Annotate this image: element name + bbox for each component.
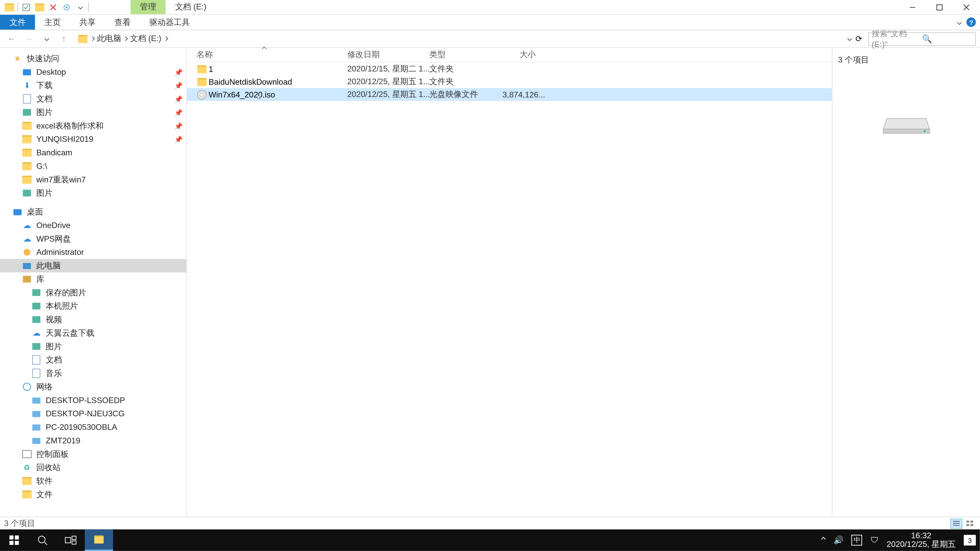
- ribbon-tabs: 文件 主页 共享 查看 驱动器工具 ?: [0, 15, 980, 30]
- tree-item[interactable]: 回收站: [0, 461, 186, 474]
- maximize-button[interactable]: [926, 0, 953, 14]
- breadcrumb-this-pc[interactable]: 此电脑: [97, 33, 121, 44]
- tree-item[interactable]: 视频: [0, 313, 186, 326]
- qat-dropdown-icon[interactable]: [73, 1, 87, 13]
- tray-chevron-icon[interactable]: [822, 535, 825, 545]
- title-bar: 管理 文档 (E:): [0, 0, 980, 15]
- tree-item[interactable]: Desktop📌: [0, 65, 186, 79]
- tree-item[interactable]: YUNQISHI2019📌: [0, 132, 186, 146]
- refresh-icon[interactable]: ⟳: [856, 34, 862, 43]
- qat-folder-icon[interactable]: [33, 1, 46, 13]
- tree-item[interactable]: 下载📌: [0, 79, 186, 92]
- tree-label: 文档: [46, 354, 182, 365]
- back-button[interactable]: ←: [4, 32, 19, 46]
- tree-item[interactable]: OneDrive: [0, 219, 186, 232]
- view-icons-button[interactable]: [964, 518, 976, 529]
- task-view-button[interactable]: [57, 530, 85, 551]
- column-headers[interactable]: 名称 修改日期 类型 大小: [187, 48, 832, 62]
- tab-view[interactable]: 查看: [105, 15, 140, 30]
- tree-item[interactable]: PC-20190530OBLA: [0, 421, 186, 434]
- tree-label: Administrator: [36, 248, 182, 257]
- breadcrumb-drive[interactable]: 文档 (E:): [130, 33, 161, 44]
- tree-item[interactable]: 图片📌: [0, 106, 186, 119]
- file-date: 2020/12/15, 星期二 1...: [347, 63, 430, 75]
- col-name[interactable]: 名称: [187, 49, 338, 61]
- tree-item[interactable]: 控制面板: [0, 448, 186, 461]
- volume-icon[interactable]: 🔊: [834, 535, 844, 545]
- address-bar[interactable]: 此电脑 文档 (E:) ⟳: [74, 32, 865, 45]
- help-icon[interactable]: ?: [966, 17, 976, 27]
- tree-item[interactable]: 保存的图片: [0, 286, 186, 300]
- tree-item[interactable]: 桌面: [0, 205, 186, 219]
- preview-pane: 3 个项目: [832, 48, 980, 516]
- tree-item[interactable]: 天翼云盘下载: [0, 326, 186, 340]
- tab-drive-tools[interactable]: 驱动器工具: [140, 15, 199, 30]
- tree-item[interactable]: 本机照片: [0, 299, 186, 313]
- tree-item[interactable]: 文档📌: [0, 92, 186, 106]
- qat-delete-icon[interactable]: [46, 1, 60, 13]
- system-tray[interactable]: 🔊 中 🛡 16:322020/12/25, 星期五 3: [822, 530, 980, 551]
- tree-item[interactable]: excel表格制作求和📌: [0, 119, 186, 133]
- tab-share[interactable]: 共享: [70, 15, 105, 30]
- tab-file[interactable]: 文件: [0, 15, 35, 30]
- search-input[interactable]: 搜索"文档 (E:)" 🔍: [868, 32, 976, 45]
- tree-item[interactable]: 软件: [0, 474, 186, 488]
- start-button[interactable]: [0, 530, 28, 551]
- file-row[interactable]: Win7x64_2020.iso2020/12/25, 星期五 1...光盘映像…: [187, 88, 832, 101]
- forward-button[interactable]: →: [21, 32, 36, 46]
- col-type[interactable]: 类型: [420, 49, 487, 61]
- svg-rect-17: [72, 541, 76, 544]
- desk-icon: [21, 67, 32, 77]
- file-row[interactable]: BaiduNetdiskDownload2020/12/25, 星期五 1...…: [187, 75, 832, 88]
- tab-home[interactable]: 主页: [35, 15, 70, 30]
- tree-label: 下载: [36, 79, 170, 91]
- col-size[interactable]: 大小: [487, 49, 541, 61]
- navigation-tree[interactable]: 快速访问Desktop📌下载📌文档📌图片📌excel表格制作求和📌YUNQISH…: [0, 48, 187, 516]
- up-button[interactable]: ↑: [57, 32, 72, 46]
- tree-item[interactable]: 图片: [0, 186, 186, 200]
- tree-item[interactable]: 文档: [0, 353, 186, 367]
- minimize-button[interactable]: [899, 0, 926, 14]
- tree-item[interactable]: win7重装win7: [0, 173, 186, 186]
- tree-item[interactable]: G:\: [0, 159, 186, 173]
- view-details-button[interactable]: [950, 518, 963, 529]
- netpc-icon: [31, 395, 41, 406]
- tree-item[interactable]: WPS网盘: [0, 232, 186, 246]
- doc-icon: [31, 368, 41, 379]
- tree-item[interactable]: ZMT2019: [0, 434, 186, 448]
- address-dropdown-icon[interactable]: [847, 36, 852, 41]
- tree-item[interactable]: Bandicam: [0, 146, 186, 159]
- col-date[interactable]: 修改日期: [338, 49, 420, 61]
- security-icon[interactable]: 🛡: [870, 535, 879, 545]
- tree-item[interactable]: 图片: [0, 340, 186, 353]
- taskbar[interactable]: 🔊 中 🛡 16:322020/12/25, 星期五 3: [0, 530, 980, 551]
- folder-icon: [21, 489, 32, 500]
- tree-item[interactable]: 快速访问: [0, 52, 186, 65]
- tree-item[interactable]: 此电脑: [0, 259, 186, 272]
- cloud-icon: [21, 233, 32, 244]
- tree-label: win7重装win7: [36, 174, 182, 186]
- qat-app-icon[interactable]: [3, 1, 16, 13]
- tree-item[interactable]: 网络: [0, 380, 186, 394]
- ime-indicator[interactable]: 中: [852, 535, 862, 546]
- file-row[interactable]: 12020/12/15, 星期二 1...文件夹: [187, 62, 832, 75]
- notification-icon[interactable]: 3: [964, 535, 976, 546]
- file-list: 名称 修改日期 类型 大小 12020/12/15, 星期二 1...文件夹Ba…: [187, 48, 832, 516]
- tree-item[interactable]: Administrator: [0, 246, 186, 259]
- search-button[interactable]: [28, 530, 57, 551]
- tree-item[interactable]: 音乐: [0, 367, 186, 380]
- explorer-taskbar-button[interactable]: [85, 530, 113, 551]
- close-button[interactable]: [953, 0, 980, 14]
- ribbon-collapse-icon[interactable]: [957, 20, 962, 25]
- qat-checkbox-icon[interactable]: [19, 1, 33, 13]
- clock[interactable]: 16:322020/12/25, 星期五: [886, 531, 956, 549]
- tree-item[interactable]: 库: [0, 272, 186, 286]
- tree-item[interactable]: DESKTOP-LSSOEDP: [0, 394, 186, 407]
- recent-dropdown-icon[interactable]: [39, 32, 54, 46]
- qat-settings-icon[interactable]: [60, 1, 73, 13]
- svg-rect-12: [9, 540, 13, 545]
- svg-rect-10: [9, 535, 13, 539]
- tree-item[interactable]: 文件: [0, 488, 186, 501]
- tree-item[interactable]: DESKTOP-NJEU3CG: [0, 407, 186, 421]
- tree-label: OneDrive: [36, 221, 182, 230]
